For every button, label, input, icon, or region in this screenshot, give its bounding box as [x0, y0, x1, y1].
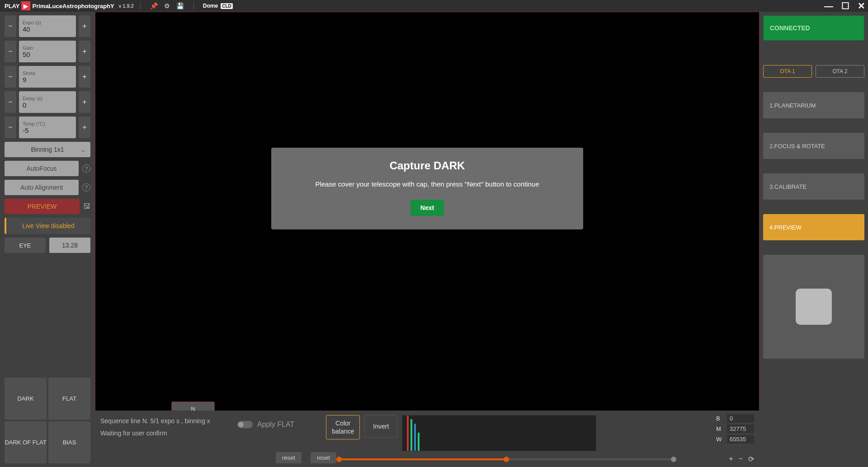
color-balance-button[interactable]: Colorbalance [326, 415, 360, 439]
expo-label: Expo (s) [23, 20, 72, 25]
expo-value: 40 [23, 25, 72, 33]
histogram [402, 415, 596, 451]
pin-icon[interactable]: 📌 [150, 2, 158, 9]
shots-plus[interactable]: + [79, 66, 90, 88]
gain-plus[interactable]: + [79, 41, 90, 62]
nav-planetarium[interactable]: 1.PLANETARIUM [763, 92, 864, 118]
connection-status[interactable]: CONNECTED [763, 15, 864, 41]
dark-button[interactable]: DARK [5, 378, 47, 420]
slider-thumb-left[interactable] [336, 457, 342, 462]
shots-field[interactable]: Shots 9 [19, 66, 76, 88]
delay-field[interactable]: Delay (s) 0 [19, 91, 76, 113]
image-preview-area[interactable]: Capture DARK Please cover your telescope… [95, 12, 760, 467]
bottom-bar: Sequence line N. 5/1 expo s , binning x … [95, 411, 760, 467]
version-label: v 1.9.2 [119, 3, 134, 9]
reset-button-2[interactable]: reset [311, 452, 336, 463]
autofocus-button[interactable]: AutoFocus [5, 161, 79, 176]
stretch-slider[interactable] [339, 458, 674, 461]
dome-status-badge[interactable]: CLD [221, 3, 233, 9]
preview-button[interactable]: PREVIEW [5, 199, 80, 214]
nav-focus-rotate[interactable]: 2.FOCUS & ROTATE [763, 133, 864, 159]
eye-value[interactable]: 13.28 [49, 238, 90, 253]
close-icon[interactable]: ✕ [858, 0, 865, 11]
separator [140, 2, 141, 10]
flat-button[interactable]: FLAT [48, 378, 90, 420]
save-icon[interactable]: 💾 [176, 2, 184, 9]
zoom-minus-icon[interactable]: − [739, 455, 743, 463]
minimize-icon[interactable]: — [824, 1, 833, 11]
delay-stepper: − Delay (s) 0 + [5, 91, 90, 113]
eye-label: EYE [5, 238, 46, 253]
shots-minus[interactable]: − [5, 66, 16, 88]
apply-flat-label: Apply FLAT [257, 420, 294, 429]
delay-minus[interactable]: − [5, 91, 16, 113]
gain-field[interactable]: Gain 50 [19, 41, 76, 62]
bias-button[interactable]: BIAS [48, 421, 90, 463]
temp-stepper: − Temp (°C) -5 + [5, 117, 90, 138]
nav-calibrate[interactable]: 3.CALIBRATE [763, 173, 864, 200]
binning-select[interactable]: Binning 1x1 ⌄ [5, 142, 90, 157]
zoom-plus-icon[interactable]: + [729, 455, 733, 463]
save-preview-icon[interactable]: 🖫 [83, 202, 90, 210]
levels-readout: B0 M32775 W65535 [716, 414, 754, 445]
next-button[interactable]: Next [410, 200, 444, 216]
separator [193, 2, 194, 10]
expo-plus[interactable]: + [79, 15, 90, 37]
thumbnail-box [763, 255, 864, 359]
shots-stepper: − Shots 9 + [5, 66, 90, 88]
reset-button-1[interactable]: reset [276, 452, 302, 463]
expo-minus[interactable]: − [5, 15, 16, 37]
capture-dark-modal: Capture DARK Please cover your telescope… [271, 148, 583, 229]
temp-field[interactable]: Temp (°C) -5 [19, 117, 76, 138]
left-panel: − Expo (s) 40 + − Gain 50 + − Shots 9 + … [0, 12, 95, 467]
help-icon[interactable]: ? [82, 164, 90, 173]
app-logo: ▶ [21, 1, 30, 10]
level-m[interactable]: 32775 [727, 425, 754, 433]
temp-minus[interactable]: − [5, 117, 16, 138]
slider-thumb-right[interactable] [671, 457, 676, 462]
topbar: PLAY ▶ PrimaLuceAstrophotographY v 1.9.2… [0, 0, 868, 12]
modal-message: Please cover your telescope with cap, th… [280, 180, 574, 188]
refresh-icon[interactable]: ⟳ [748, 455, 754, 463]
maximize-icon[interactable]: ☐ [841, 0, 849, 11]
ota2-button[interactable]: OTA 2 [816, 65, 864, 78]
dome-label: Dome [203, 3, 218, 9]
right-panel: CONNECTED OTA 1 OTA 2 1.PLANETARIUM 2.FO… [760, 12, 868, 467]
liveview-toggle[interactable]: Live View disabled [5, 218, 90, 234]
chevron-down-icon: ⌄ [80, 146, 86, 153]
settings-icon[interactable]: ⚙ [164, 2, 170, 9]
autoalign-button[interactable]: Auto Alignment [5, 180, 79, 195]
play-label: PLAY [5, 3, 19, 9]
help-icon[interactable]: ? [82, 183, 90, 191]
level-b[interactable]: 0 [727, 414, 754, 423]
calibration-grid: DARK FLAT DARK OF FLAT BIAS [5, 378, 90, 463]
invert-button[interactable]: Invert [364, 415, 397, 438]
nav-preview[interactable]: 4.PREVIEW [763, 214, 864, 240]
gain-stepper: − Gain 50 + [5, 41, 90, 62]
modal-title: Capture DARK [280, 159, 574, 172]
apply-flat-toggle[interactable] [237, 421, 253, 428]
thumbnail-preview[interactable] [796, 289, 832, 325]
level-w[interactable]: 65535 [727, 435, 754, 444]
darkofflat-button[interactable]: DARK OF FLAT [5, 421, 47, 463]
app-name: PrimaLuceAstrophotographY [32, 3, 114, 9]
delay-plus[interactable]: + [79, 91, 90, 113]
slider-thumb-mid[interactable] [504, 457, 509, 462]
temp-plus[interactable]: + [79, 117, 90, 138]
ota1-button[interactable]: OTA 1 [763, 65, 812, 78]
expo-stepper: − Expo (s) 40 + [5, 15, 90, 37]
expo-field[interactable]: Expo (s) 40 [19, 15, 76, 37]
status-text: Sequence line N. 5/1 expo s , binning x … [100, 415, 210, 439]
gain-minus[interactable]: − [5, 41, 16, 62]
